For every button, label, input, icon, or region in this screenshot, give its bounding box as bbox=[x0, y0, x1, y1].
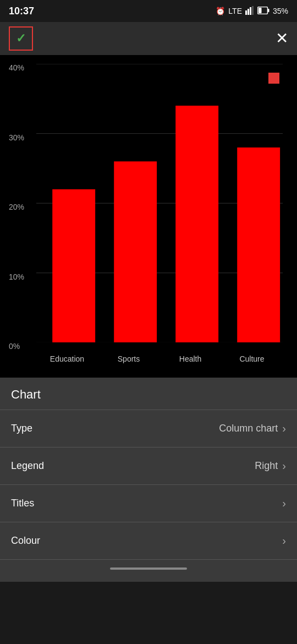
toolbar: ✓ ✕ bbox=[0, 22, 297, 55]
legend-value: Right bbox=[255, 460, 278, 472]
settings-header: Chart bbox=[0, 378, 297, 410]
close-icon: ✕ bbox=[276, 30, 288, 47]
type-row[interactable]: Type Column chart › bbox=[0, 410, 297, 447]
legend-row[interactable]: Legend Right › bbox=[0, 447, 297, 485]
bar-culture bbox=[237, 148, 280, 342]
bar-sports bbox=[114, 161, 157, 342]
home-bar bbox=[0, 560, 297, 582]
status-time: 10:37 bbox=[9, 6, 34, 17]
bar-health bbox=[175, 106, 218, 342]
settings-title: Chart bbox=[11, 388, 41, 401]
alarm-icon: ⏰ bbox=[216, 7, 225, 15]
check-icon: ✓ bbox=[16, 31, 26, 46]
y-label-0: 0% bbox=[9, 342, 20, 350]
legend-value-container: Right › bbox=[255, 460, 286, 472]
x-axis-labels: Education Sports Health Culture bbox=[36, 351, 283, 372]
titles-value-container: › bbox=[282, 497, 286, 510]
legend-label: Legend bbox=[11, 460, 44, 472]
titles-chevron-icon: › bbox=[282, 497, 286, 510]
battery-icon bbox=[257, 7, 270, 16]
titles-row[interactable]: Titles › bbox=[0, 485, 297, 522]
colour-value-container: › bbox=[282, 534, 286, 547]
x-label-education: Education bbox=[36, 354, 98, 363]
x-label-health: Health bbox=[160, 354, 221, 363]
y-label-20: 20% bbox=[9, 203, 24, 211]
type-value-container: Column chart › bbox=[219, 422, 286, 435]
type-label: Type bbox=[11, 423, 32, 434]
close-button[interactable]: ✕ bbox=[276, 31, 288, 46]
titles-label: Titles bbox=[11, 498, 34, 509]
svg-rect-3 bbox=[252, 6, 254, 15]
status-icons: ⏰ LTE 35% bbox=[216, 6, 288, 17]
colour-row[interactable]: Colour › bbox=[0, 522, 297, 560]
type-value: Column chart bbox=[219, 423, 278, 434]
colour-chevron-icon: › bbox=[282, 534, 286, 547]
home-bar-indicator bbox=[110, 567, 187, 570]
battery-percent: 35% bbox=[273, 7, 288, 15]
confirm-button[interactable]: ✓ bbox=[9, 26, 33, 51]
signal-icon bbox=[245, 6, 254, 17]
bar-education bbox=[52, 189, 95, 343]
x-label-sports: Sports bbox=[98, 354, 160, 363]
bar-chart-svg bbox=[36, 64, 283, 342]
y-label-10: 10% bbox=[9, 273, 24, 281]
legend-chevron-icon: › bbox=[282, 460, 286, 472]
svg-rect-2 bbox=[250, 7, 251, 15]
y-axis-labels: 40% 30% 20% 10% 0% bbox=[9, 64, 35, 350]
svg-rect-0 bbox=[245, 10, 247, 15]
y-label-30: 30% bbox=[9, 134, 24, 141]
chart-container: 40% 30% 20% 10% 0% Education bbox=[9, 64, 288, 372]
type-chevron-icon: › bbox=[282, 422, 286, 435]
svg-rect-5 bbox=[258, 8, 262, 13]
y-label-40: 40% bbox=[9, 64, 24, 72]
settings-panel: Chart Type Column chart › Legend Right ›… bbox=[0, 378, 297, 560]
x-label-culture: Culture bbox=[221, 354, 283, 363]
svg-rect-6 bbox=[268, 9, 270, 12]
svg-rect-1 bbox=[248, 9, 249, 15]
status-bar: 10:37 ⏰ LTE 35% bbox=[0, 0, 297, 22]
lte-label: LTE bbox=[228, 7, 242, 15]
colour-label: Colour bbox=[11, 535, 40, 547]
chart-area: 40% 30% 20% 10% 0% Education bbox=[0, 55, 297, 378]
